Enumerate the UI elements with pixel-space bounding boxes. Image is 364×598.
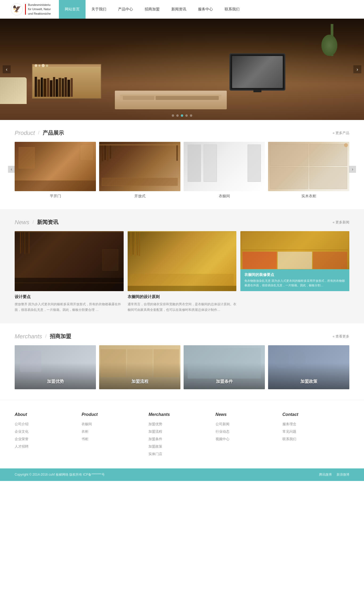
hero-plant (321, 24, 343, 77)
footer-link-news-3[interactable]: 视频中心 (216, 437, 282, 442)
footer-link-about-2[interactable]: 企业文化 (15, 429, 82, 434)
hero-dot-4[interactable] (185, 114, 188, 117)
footer-link-product-2[interactable]: 衣柜 (82, 429, 148, 434)
news-highlight-desc: 免衣物散放杂乱无意 因为步入式更衣间的橱柜多采用开放形式，所有的衣物都暴露在外面… (244, 279, 345, 288)
footer-link-contact-1[interactable]: 服务理念 (282, 422, 349, 427)
nav-service[interactable]: 服务中心 (192, 0, 219, 19)
footer-main: About 公司介绍 企业文化 企业荣誉 人才招聘 Product 衣橱间 衣柜… (0, 400, 364, 468)
product-item-2[interactable]: 开放式 (99, 142, 180, 199)
nav-news[interactable]: 新闻资讯 (165, 0, 192, 19)
merchants-title-en: Merchants (15, 333, 42, 340)
merchants-section-header: Merchants / 招商加盟 « 查看更多 (15, 333, 349, 340)
nav-contact[interactable]: 联系我们 (219, 0, 245, 19)
merchants-section: Merchants / 招商加盟 « 查看更多 加盟优势 加盟流程 (0, 323, 364, 400)
footer-col-product-title: Product (82, 412, 148, 417)
footer-link-news-2[interactable]: 行业动态 (216, 429, 282, 434)
footer-link-contact-2[interactable]: 常见问题 (282, 429, 349, 434)
hero-bookshelf (32, 64, 101, 99)
product-item-3[interactable]: 衣橱间 (184, 142, 265, 199)
footer-bottom: Copyright © 2014-2016 cuhf 板鳞网络 版权所有 ICP… (0, 468, 364, 481)
hero-tv-stand (115, 91, 227, 109)
social-link-weibo[interactable]: 新浪微博 (337, 472, 349, 477)
merchants-grid: 加盟优势 加盟流程 加盟条件 加盟政策 (15, 345, 349, 389)
product-more-link[interactable]: « 更多产品 (333, 131, 349, 135)
news-highlight-title: 衣橱间的装修要点 (244, 272, 345, 277)
logo-red-bar (25, 4, 26, 15)
merchants-more-link[interactable]: « 查看更多 (333, 334, 349, 339)
merchants-title-cn: 招商加盟 (50, 333, 71, 340)
product-img-3 (184, 142, 265, 191)
footer-link-news-1[interactable]: 公司新闻 (216, 422, 282, 427)
product-grid: ‹ 平开门 开放式 (15, 142, 349, 199)
news-item-2[interactable]: 衣橱间的设计原则 通常而言，合理的储衣安排和宽敞的男衣空间，是衣橱间的总体设计原… (128, 231, 237, 313)
news-section-title: News / 新闻资讯 (15, 219, 58, 226)
news-more-link[interactable]: « 更多新闻 (333, 220, 349, 225)
product-item-1[interactable]: 平开门 (15, 142, 96, 199)
news-desc-2: 通常而言，合理的储衣安排和宽敞的男衣空间，是衣橱间的总体设计原则。衣橱间可由家具… (128, 302, 237, 313)
footer-link-merchants-1[interactable]: 加盟优势 (148, 422, 215, 427)
footer-col-about: About 公司介绍 企业文化 企业荣誉 人才招聘 (15, 412, 82, 459)
news-section: News / 新闻资讯 « 更多新闻 设计要点 摆放整齐 因为步入式更衣间的橱柜… (0, 209, 364, 323)
header: 🦅 Bundesministeriu für Umwelt, Natur und… (0, 0, 364, 19)
hero-dot-2[interactable] (176, 114, 179, 117)
footer-col-merchants-title: Merchants (148, 412, 215, 417)
merchant-label-4: 加盟政策 (268, 379, 349, 384)
hero-dot-3[interactable] (181, 114, 183, 117)
product-label-1: 平开门 (50, 194, 61, 199)
nav-products[interactable]: 产品中心 (112, 0, 139, 19)
merchant-label-2: 加盟流程 (99, 379, 180, 384)
product-img-1 (15, 142, 96, 191)
hero-sofa (0, 77, 27, 104)
main-nav: 网站首页 关于我们 产品中心 招商加盟 新闻资讯 服务中心 联系我们 (59, 0, 245, 19)
news-section-header: News / 新闻资讯 « 更多新闻 (15, 219, 349, 226)
footer-link-product-1[interactable]: 衣橱间 (82, 422, 148, 427)
news-title-cn: 新闻资讯 (37, 219, 58, 226)
product-section-title: Product / 产品展示 (15, 129, 64, 137)
footer-link-about-1[interactable]: 公司介绍 (15, 422, 82, 427)
news-img-3: 衣橱间的装修要点 免衣物散放杂乱无意 因为步入式更衣间的橱柜多采用开放形式，所有… (240, 231, 349, 291)
news-title-1: 设计要点 (15, 294, 124, 299)
footer-col-contact-title: Contact (282, 412, 349, 417)
product-label-2: 开放式 (134, 194, 145, 199)
product-img-2 (99, 142, 180, 191)
news-title-en: News (15, 219, 29, 226)
product-title-cn: 产品展示 (43, 129, 64, 137)
hero-dot-5[interactable] (190, 114, 192, 117)
footer-col-news: News 公司新闻 行业动态 视频中心 (216, 412, 282, 459)
news-item-3[interactable]: 衣橱间的装修要点 免衣物散放杂乱无意 因为步入式更衣间的橱柜多采用开放形式，所有… (240, 231, 349, 313)
product-item-4[interactable]: 实木衣柜 (268, 142, 349, 199)
footer-link-contact-3[interactable]: 联系我们 (282, 437, 349, 442)
footer-link-merchants-5[interactable]: 实体门店 (148, 452, 215, 456)
footer-link-product-3[interactable]: 书柜 (82, 437, 148, 442)
footer-cols: About 公司介绍 企业文化 企业荣誉 人才招聘 Product 衣橱间 衣柜… (15, 412, 349, 459)
footer-col-news-title: News (216, 412, 282, 417)
logo-area: 🦅 Bundesministeriu für Umwelt, Natur und… (11, 3, 51, 16)
footer-link-merchants-2[interactable]: 加盟流程 (148, 429, 215, 434)
merchant-item-2[interactable]: 加盟流程 (99, 345, 180, 389)
merchant-item-3[interactable]: 加盟条件 (184, 345, 265, 389)
merchant-item-4[interactable]: 加盟政策 (268, 345, 349, 389)
nav-merchants[interactable]: 招商加盟 (139, 0, 165, 19)
product-label-3: 衣橱间 (219, 194, 230, 199)
hero-dot-1[interactable] (172, 114, 174, 117)
footer-link-about-3[interactable]: 企业荣誉 (15, 437, 82, 442)
hero-tv (229, 53, 285, 91)
logo-eagle-icon: 🦅 (11, 3, 23, 15)
logo-text: Bundesministeriu für Umwelt, Natur und R… (28, 3, 51, 16)
product-carousel-arrow-left[interactable]: ‹ (8, 166, 15, 173)
footer-link-about-4[interactable]: 人才招聘 (15, 444, 82, 449)
merchant-label-1: 加盟优势 (15, 379, 96, 384)
product-label-4: 实木衣柜 (301, 194, 316, 199)
footer-link-merchants-3[interactable]: 加盟条件 (148, 437, 215, 442)
news-grid: 设计要点 摆放整齐 因为步入式更衣间的橱柜多采用开放形式，所有的衣物都暴露在外面… (15, 231, 349, 313)
social-link-tencent[interactable]: 腾讯微博 (319, 472, 332, 477)
hero-arrow-left[interactable]: ‹ (3, 65, 11, 73)
hero-arrow-right[interactable]: › (353, 65, 361, 73)
merchant-item-1[interactable]: 加盟优势 (15, 345, 96, 389)
footer-link-merchants-4[interactable]: 加盟政策 (148, 444, 215, 449)
nav-home[interactable]: 网站首页 (59, 0, 86, 19)
nav-about[interactable]: 关于我们 (86, 0, 112, 19)
news-item-1[interactable]: 设计要点 摆放整齐 因为步入式更衣间的橱柜多采用开放形式，所有的衣物都暴露在外面… (15, 231, 124, 313)
product-carousel-arrow-right[interactable]: › (349, 166, 356, 173)
footer-col-merchants: Merchants 加盟优势 加盟流程 加盟条件 加盟政策 实体门店 (148, 412, 215, 459)
